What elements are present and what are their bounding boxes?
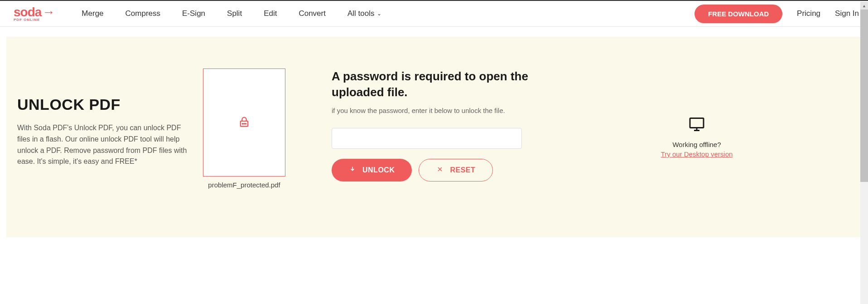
nav-esign[interactable]: E-Sign xyxy=(182,9,205,18)
reset-button-label: RESET xyxy=(450,166,475,174)
nav-compress[interactable]: Compress xyxy=(125,9,160,18)
offline-section: Working offline? Try our Desktop version xyxy=(541,59,862,215)
nav-menu: Merge Compress E-Sign Split Edit Convert… xyxy=(82,9,694,18)
file-name: problemF_protected.pdf xyxy=(208,181,280,189)
svg-point-2 xyxy=(244,123,245,124)
desktop-version-link[interactable]: Try our Desktop version xyxy=(661,150,733,158)
nav-convert[interactable]: Convert xyxy=(299,9,326,18)
file-preview xyxy=(203,69,285,177)
unlock-button-label: UNLOCK xyxy=(362,166,395,174)
header-nav: soda→ PDF ONLINE Merge Compress E-Sign S… xyxy=(0,1,868,27)
logo-text: soda→ xyxy=(14,6,54,19)
nav-merge[interactable]: Merge xyxy=(82,9,103,18)
button-row: UNLOCK RESET xyxy=(332,159,541,181)
form-title: A password is required to open the uploa… xyxy=(332,69,541,100)
free-download-button[interactable]: FREE DOWNLOAD xyxy=(694,5,782,23)
file-section: problemF_protected.pdf xyxy=(188,59,301,215)
pricing-link[interactable]: Pricing xyxy=(797,9,820,18)
chevron-down-icon: ⌄ xyxy=(377,10,381,17)
offline-text: Working offline? xyxy=(672,141,721,148)
scrollbar[interactable]: ▴ xyxy=(860,2,868,304)
monitor-icon xyxy=(688,116,706,134)
page-title: UNLOCK PDF xyxy=(17,96,188,113)
nav-alltools[interactable]: All tools ⌄ xyxy=(347,9,382,18)
reset-button[interactable]: RESET xyxy=(419,159,493,181)
lock-icon xyxy=(238,115,251,130)
logo[interactable]: soda→ PDF ONLINE xyxy=(14,6,54,22)
svg-rect-4 xyxy=(690,118,704,128)
nav-split[interactable]: Split xyxy=(227,9,242,18)
header-right: FREE DOWNLOAD Pricing Sign In xyxy=(694,5,859,23)
scrollbar-thumb[interactable] xyxy=(860,10,868,182)
logo-subtitle: PDF ONLINE xyxy=(14,18,54,22)
main-container: UNLOCK PDF With Soda PDF's Unlock PDF, y… xyxy=(6,37,862,237)
form-section: A password is required to open the uploa… xyxy=(301,59,541,215)
form-subtitle: if you know the password, enter it below… xyxy=(332,107,541,114)
close-icon xyxy=(436,166,444,175)
left-section: UNLOCK PDF With Soda PDF's Unlock PDF, y… xyxy=(6,59,188,215)
signin-link[interactable]: Sign In xyxy=(835,9,859,18)
page-description: With Soda PDF's Unlock PDF, you can unlo… xyxy=(17,123,188,167)
unlock-button[interactable]: UNLOCK xyxy=(332,159,412,181)
svg-point-3 xyxy=(246,123,246,124)
arrow-icon: → xyxy=(42,6,54,19)
download-icon xyxy=(349,166,356,175)
password-input[interactable] xyxy=(332,128,522,149)
svg-point-1 xyxy=(242,123,243,124)
scrollbar-up-button[interactable]: ▴ xyxy=(860,2,868,10)
nav-alltools-label: All tools xyxy=(347,9,375,18)
nav-edit[interactable]: Edit xyxy=(264,9,277,18)
